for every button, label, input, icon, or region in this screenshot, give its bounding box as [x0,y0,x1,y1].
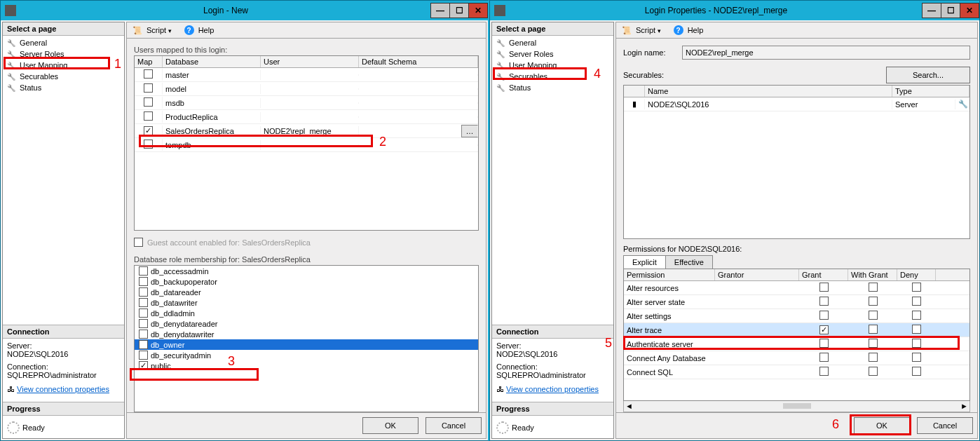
grant-checkbox[interactable] [819,297,829,306]
role-row[interactable]: db_backupoperator [135,276,478,287]
role-checkbox[interactable] [139,330,148,339]
map-checkbox[interactable] [144,140,153,149]
help-link[interactable]: Help [198,26,215,34]
role-checkbox[interactable] [139,277,148,286]
db-user [261,116,359,118]
withgrant-checkbox[interactable] [869,353,878,362]
permission-row[interactable]: Authenticate server [624,337,969,351]
map-checkbox[interactable] [144,97,153,107]
role-row[interactable]: db_denydatareader [135,318,478,329]
db-row[interactable]: model [135,82,478,96]
page-general[interactable]: General [492,37,613,48]
script-dropdown[interactable]: Script [147,26,172,34]
securables-grid[interactable]: Name Type ▮ NODE2\SQL2016 Server 🔧 [623,85,970,239]
role-checkbox[interactable] [139,298,148,307]
map-checkbox[interactable] [144,126,153,135]
role-row[interactable]: db_denydatawriter [135,329,478,339]
deny-checkbox[interactable] [912,339,921,348]
db-row[interactable]: msdb [135,96,478,110]
grant-checkbox[interactable] [819,353,829,362]
deny-checkbox[interactable] [912,367,921,376]
minimize-button[interactable]: — [430,3,450,18]
grant-checkbox[interactable] [819,283,829,292]
role-row[interactable]: db_datawriter [135,297,478,308]
permission-row[interactable]: Alter resources [624,281,969,295]
minimize-button[interactable]: — [922,3,941,18]
server-label: Server: [496,341,609,350]
maximize-button[interactable]: ☐ [449,3,469,18]
close-button[interactable]: ✕ [468,3,488,18]
withgrant-checkbox[interactable] [869,367,878,376]
deny-checkbox[interactable] [912,283,921,292]
grant-checkbox[interactable] [819,339,829,348]
view-connection-link[interactable]: View connection properties [506,385,599,393]
deny-checkbox[interactable] [912,311,921,320]
page-status[interactable]: Status [3,82,124,93]
permission-row[interactable]: Alter settings [624,309,969,323]
withgrant-checkbox[interactable] [869,325,878,334]
role-checkbox[interactable] [139,351,148,360]
role-checkbox[interactable] [139,287,148,297]
deny-checkbox[interactable] [912,353,921,362]
ok-button[interactable]: OK [362,417,418,434]
permission-row[interactable]: Alter server state [624,295,969,309]
tab-effective[interactable]: Effective [665,255,713,269]
deny-checkbox[interactable] [912,325,921,334]
permission-row[interactable]: Connect Any Database [624,351,969,365]
maximize-button[interactable]: ☐ [941,3,960,18]
horizontal-scrollbar[interactable] [783,403,811,409]
map-checkbox[interactable] [144,111,153,121]
db-schema [359,130,461,132]
page-securables[interactable]: Securables [3,71,124,82]
withgrant-checkbox[interactable] [869,297,878,306]
db-row[interactable]: ProductReplica [135,110,478,124]
role-row[interactable]: db_datareader [135,287,478,297]
cancel-button[interactable]: Cancel [426,417,482,434]
permission-row[interactable]: Connect SQL [624,365,969,379]
page-server-roles[interactable]: Server Roles [3,48,124,60]
role-row[interactable]: db_securityadmin [135,350,478,360]
connection-header: Connection [492,325,613,339]
withgrant-checkbox[interactable] [869,311,878,320]
schema-browse-button[interactable]: … [461,125,478,137]
permission-row[interactable]: Alter trace [624,323,969,337]
map-checkbox[interactable] [144,69,153,79]
page-general[interactable]: General [3,37,124,48]
grant-checkbox[interactable] [819,367,829,376]
role-checkbox[interactable] [139,308,148,318]
login-name-label: Login name: [623,48,675,57]
script-dropdown[interactable]: Script [636,26,661,34]
role-row[interactable]: public [135,360,478,371]
role-checkbox[interactable] [139,319,148,328]
withgrant-checkbox[interactable] [869,339,878,348]
tab-explicit[interactable]: Explicit [623,255,666,269]
connection-icon [496,385,504,393]
permissions-grid[interactable]: Permission Grantor Grant With Grant Deny… [623,269,970,401]
cancel-button[interactable]: Cancel [917,417,973,434]
db-row[interactable]: master [135,68,478,82]
help-link[interactable]: Help [688,26,704,34]
map-checkbox[interactable] [144,83,153,93]
ok-button[interactable]: OK [854,417,910,434]
col-database: Database [163,56,261,67]
user-mapping-grid[interactable]: Map Database User Default Schema master … [134,55,479,231]
view-connection-link[interactable]: View connection properties [17,385,109,393]
page-user-mapping[interactable]: User Mapping [3,60,124,71]
withgrant-checkbox[interactable] [869,283,878,292]
role-row[interactable]: db_ddladmin [135,308,478,318]
page-server-roles[interactable]: Server Roles [492,48,613,60]
close-button[interactable]: ✕ [960,3,979,18]
role-checkbox[interactable] [139,361,148,370]
grant-checkbox[interactable] [819,325,829,334]
role-checkbox[interactable] [139,266,148,276]
page-status[interactable]: Status [492,82,613,93]
db-row[interactable]: SalesOrdersReplica NODE2\repl_merge … [135,124,478,138]
search-button[interactable]: Search... [886,67,970,83]
role-row[interactable]: db_accessadmin [135,266,478,276]
role-row[interactable]: db_owner [135,339,478,350]
roles-listbox[interactable]: db_accessadmindb_backupoperatordb_datare… [134,265,479,412]
db-row[interactable]: tempdb [135,138,478,152]
deny-checkbox[interactable] [912,297,921,306]
grant-checkbox[interactable] [819,311,829,320]
role-checkbox[interactable] [139,340,148,349]
